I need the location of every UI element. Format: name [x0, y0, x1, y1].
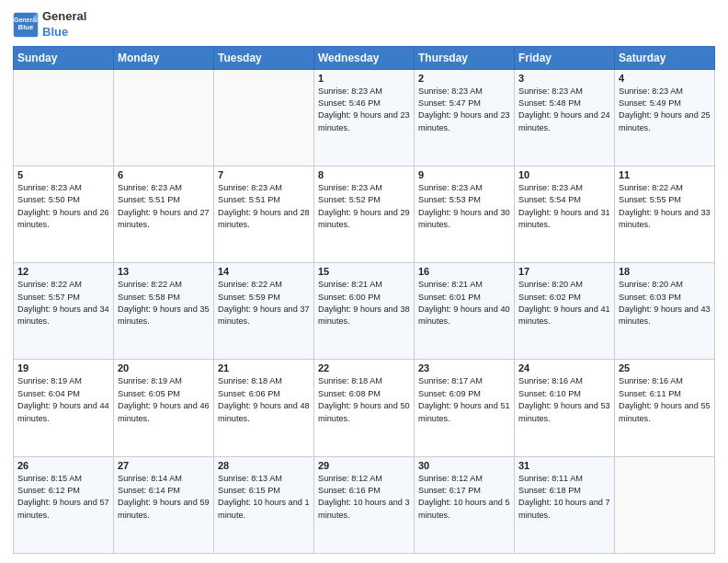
calendar-cell: 5Sunrise: 8:23 AMSunset: 5:50 PMDaylight… [14, 167, 114, 263]
calendar-cell: 29Sunrise: 8:12 AMSunset: 6:16 PMDayligh… [314, 456, 415, 553]
day-number: 20 [118, 362, 210, 373]
logo-text-general: General [42, 9, 86, 25]
day-number: 24 [518, 362, 610, 373]
week-row-3: 12Sunrise: 8:22 AMSunset: 5:57 PMDayligh… [14, 263, 715, 360]
calendar-cell [214, 69, 314, 166]
day-number: 23 [418, 362, 510, 373]
calendar-cell [14, 69, 114, 166]
calendar-cell: 14Sunrise: 8:22 AMSunset: 5:59 PMDayligh… [214, 263, 314, 360]
day-number: 30 [418, 460, 510, 471]
cell-info: Sunrise: 8:23 AMSunset: 5:46 PMDaylight:… [318, 86, 410, 134]
day-number: 14 [218, 266, 310, 277]
day-number: 27 [118, 460, 210, 471]
calendar-cell: 6Sunrise: 8:23 AMSunset: 5:51 PMDaylight… [114, 167, 214, 263]
week-row-4: 19Sunrise: 8:19 AMSunset: 6:04 PMDayligh… [14, 360, 715, 456]
cell-info: Sunrise: 8:17 AMSunset: 6:09 PMDaylight:… [418, 375, 510, 424]
cell-info: Sunrise: 8:22 AMSunset: 5:58 PMDaylight:… [118, 279, 210, 327]
cell-info: Sunrise: 8:23 AMSunset: 5:49 PMDaylight:… [619, 86, 711, 134]
day-number: 15 [318, 266, 410, 277]
cell-info: Sunrise: 8:23 AMSunset: 5:54 PMDaylight:… [518, 182, 610, 231]
day-number: 8 [318, 169, 410, 180]
calendar-cell: 21Sunrise: 8:18 AMSunset: 6:06 PMDayligh… [214, 360, 314, 456]
cell-info: Sunrise: 8:19 AMSunset: 6:04 PMDaylight:… [17, 375, 109, 424]
calendar-cell: 1Sunrise: 8:23 AMSunset: 5:46 PMDaylight… [314, 69, 415, 166]
cell-info: Sunrise: 8:18 AMSunset: 6:06 PMDaylight:… [218, 375, 310, 424]
cell-info: Sunrise: 8:15 AMSunset: 6:12 PMDaylight:… [17, 473, 109, 522]
weekday-header-tuesday: Tuesday [214, 46, 314, 69]
day-number: 21 [218, 362, 310, 373]
day-number: 2 [418, 73, 510, 84]
cell-info: Sunrise: 8:12 AMSunset: 6:16 PMDaylight:… [318, 473, 410, 522]
cell-info: Sunrise: 8:21 AMSunset: 6:01 PMDaylight:… [418, 279, 510, 327]
calendar-cell: 22Sunrise: 8:18 AMSunset: 6:08 PMDayligh… [314, 360, 415, 456]
logo: General Blue General Blue [13, 9, 86, 40]
cell-info: Sunrise: 8:22 AMSunset: 5:59 PMDaylight:… [218, 279, 310, 327]
calendar-cell: 15Sunrise: 8:21 AMSunset: 6:00 PMDayligh… [314, 263, 415, 360]
day-number: 22 [318, 362, 410, 373]
day-number: 17 [518, 266, 610, 277]
calendar-cell: 28Sunrise: 8:13 AMSunset: 6:15 PMDayligh… [214, 456, 314, 553]
logo-text-blue: Blue [42, 25, 86, 40]
calendar-cell: 11Sunrise: 8:22 AMSunset: 5:55 PMDayligh… [615, 167, 715, 263]
calendar-cell: 31Sunrise: 8:11 AMSunset: 6:18 PMDayligh… [515, 456, 615, 553]
cell-info: Sunrise: 8:23 AMSunset: 5:52 PMDaylight:… [318, 182, 410, 231]
logo-icon: General Blue [13, 12, 39, 38]
cell-info: Sunrise: 8:23 AMSunset: 5:48 PMDaylight:… [518, 86, 610, 134]
day-number: 6 [118, 169, 210, 180]
day-number: 26 [17, 460, 109, 471]
calendar-cell: 24Sunrise: 8:16 AMSunset: 6:10 PMDayligh… [515, 360, 615, 456]
cell-info: Sunrise: 8:18 AMSunset: 6:08 PMDaylight:… [318, 375, 410, 424]
week-row-2: 5Sunrise: 8:23 AMSunset: 5:50 PMDaylight… [14, 167, 715, 263]
cell-info: Sunrise: 8:19 AMSunset: 6:05 PMDaylight:… [118, 375, 210, 424]
day-number: 25 [619, 362, 711, 373]
day-number: 11 [619, 169, 711, 180]
cell-info: Sunrise: 8:23 AMSunset: 5:50 PMDaylight:… [17, 182, 109, 231]
calendar-page: General Blue General Blue SundayMondayTu… [0, 0, 728, 563]
day-number: 13 [118, 266, 210, 277]
calendar-cell: 30Sunrise: 8:12 AMSunset: 6:17 PMDayligh… [415, 456, 515, 553]
top-section: General Blue General Blue [13, 9, 715, 40]
calendar-cell: 13Sunrise: 8:22 AMSunset: 5:58 PMDayligh… [114, 263, 214, 360]
calendar-cell [114, 69, 214, 166]
calendar-cell: 9Sunrise: 8:23 AMSunset: 5:53 PMDaylight… [415, 167, 515, 263]
calendar-cell: 18Sunrise: 8:20 AMSunset: 6:03 PMDayligh… [615, 263, 715, 360]
weekday-header-saturday: Saturday [615, 46, 715, 69]
cell-info: Sunrise: 8:16 AMSunset: 6:10 PMDaylight:… [518, 375, 610, 424]
weekday-header-friday: Friday [515, 46, 615, 69]
cell-info: Sunrise: 8:20 AMSunset: 6:03 PMDaylight:… [619, 279, 711, 327]
calendar-cell: 8Sunrise: 8:23 AMSunset: 5:52 PMDaylight… [314, 167, 415, 263]
cell-info: Sunrise: 8:20 AMSunset: 6:02 PMDaylight:… [518, 279, 610, 327]
svg-text:Blue: Blue [18, 23, 35, 31]
calendar-cell: 26Sunrise: 8:15 AMSunset: 6:12 PMDayligh… [14, 456, 114, 553]
day-number: 3 [518, 73, 610, 84]
weekday-header-row: SundayMondayTuesdayWednesdayThursdayFrid… [14, 46, 715, 69]
week-row-1: 1Sunrise: 8:23 AMSunset: 5:46 PMDaylight… [14, 69, 715, 166]
cell-info: Sunrise: 8:11 AMSunset: 6:18 PMDaylight:… [518, 473, 610, 522]
day-number: 4 [619, 73, 711, 84]
day-number: 28 [218, 460, 310, 471]
cell-info: Sunrise: 8:23 AMSunset: 5:47 PMDaylight:… [418, 86, 510, 134]
calendar-table: SundayMondayTuesdayWednesdayThursdayFrid… [13, 46, 715, 554]
calendar-cell: 16Sunrise: 8:21 AMSunset: 6:01 PMDayligh… [415, 263, 515, 360]
weekday-header-sunday: Sunday [14, 46, 114, 69]
calendar-cell: 17Sunrise: 8:20 AMSunset: 6:02 PMDayligh… [515, 263, 615, 360]
cell-info: Sunrise: 8:23 AMSunset: 5:51 PMDaylight:… [218, 182, 310, 231]
cell-info: Sunrise: 8:13 AMSunset: 6:15 PMDaylight:… [218, 473, 310, 522]
calendar-cell: 19Sunrise: 8:19 AMSunset: 6:04 PMDayligh… [14, 360, 114, 456]
cell-info: Sunrise: 8:22 AMSunset: 5:57 PMDaylight:… [17, 279, 109, 327]
cell-info: Sunrise: 8:16 AMSunset: 6:11 PMDaylight:… [619, 375, 711, 424]
weekday-header-thursday: Thursday [415, 46, 515, 69]
calendar-cell: 2Sunrise: 8:23 AMSunset: 5:47 PMDaylight… [415, 69, 515, 166]
cell-info: Sunrise: 8:22 AMSunset: 5:55 PMDaylight:… [619, 182, 711, 231]
cell-info: Sunrise: 8:23 AMSunset: 5:51 PMDaylight:… [118, 182, 210, 231]
day-number: 31 [518, 460, 610, 471]
day-number: 9 [418, 169, 510, 180]
cell-info: Sunrise: 8:14 AMSunset: 6:14 PMDaylight:… [118, 473, 210, 522]
day-number: 19 [17, 362, 109, 373]
day-number: 12 [17, 266, 109, 277]
day-number: 16 [418, 266, 510, 277]
day-number: 29 [318, 460, 410, 471]
calendar-cell: 27Sunrise: 8:14 AMSunset: 6:14 PMDayligh… [114, 456, 214, 553]
cell-info: Sunrise: 8:12 AMSunset: 6:17 PMDaylight:… [418, 473, 510, 522]
weekday-header-wednesday: Wednesday [314, 46, 415, 69]
